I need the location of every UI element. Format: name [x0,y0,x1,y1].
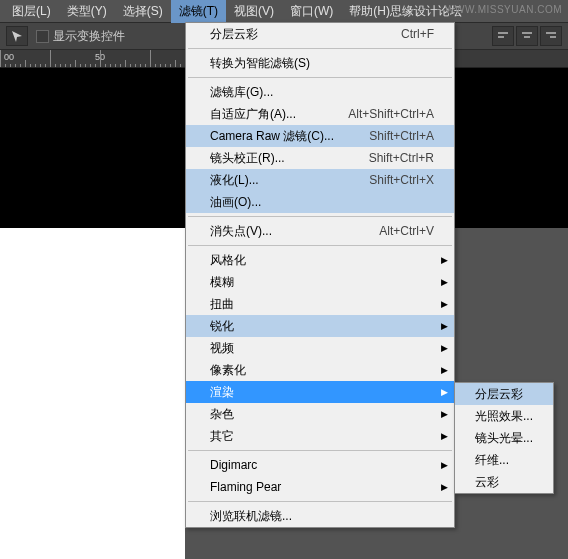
menu-item-label: 滤镜库(G)... [210,84,273,101]
menu-item-label: 模糊 [210,274,234,291]
menu-item[interactable]: 像素化▶ [186,359,454,381]
menu-window[interactable]: 窗口(W) [282,0,341,23]
menu-item[interactable]: 渲染▶ [186,381,454,403]
filter-menu: 分层云彩Ctrl+F转换为智能滤镜(S)滤镜库(G)...自适应广角(A)...… [185,22,455,528]
menu-item[interactable]: 浏览联机滤镜... [186,505,454,527]
ruler-number: 00 [4,52,14,62]
menu-item[interactable]: 液化(L)...Shift+Ctrl+X [186,169,454,191]
submenu-arrow-icon: ▶ [441,321,448,331]
submenu-item-label: 纤维... [475,452,509,469]
menu-view[interactable]: 视图(V) [226,0,282,23]
menu-item[interactable]: Digimarc▶ [186,454,454,476]
checkbox-icon[interactable] [36,30,49,43]
menu-item-label: 像素化 [210,362,246,379]
menu-item[interactable]: 锐化▶ [186,315,454,337]
menu-item-label: 分层云彩 [210,26,258,43]
checkbox-label: 显示变换控件 [53,28,125,45]
menu-item[interactable]: 模糊▶ [186,271,454,293]
menu-type[interactable]: 类型(Y) [59,0,115,23]
menu-shortcut: Shift+Ctrl+R [369,151,434,165]
menu-shortcut: Alt+Ctrl+V [379,224,434,238]
menu-item[interactable]: 分层云彩Ctrl+F [186,23,454,45]
svg-rect-2 [522,32,532,34]
align-button-3[interactable] [540,26,562,46]
menu-item-label: 液化(L)... [210,172,259,189]
submenu-arrow-icon: ▶ [441,343,448,353]
menu-item-label: 杂色 [210,406,234,423]
menu-item-label: Digimarc [210,458,257,472]
submenu-arrow-icon: ▶ [441,299,448,309]
menu-item-label: 油画(O)... [210,194,261,211]
align-button-2[interactable] [516,26,538,46]
menu-shortcut: Ctrl+F [401,27,434,41]
move-tool-icon[interactable] [6,26,28,46]
svg-rect-4 [546,32,556,34]
menu-item-label: 锐化 [210,318,234,335]
submenu-arrow-icon: ▶ [441,277,448,287]
svg-rect-5 [550,36,556,38]
menu-item[interactable]: 杂色▶ [186,403,454,425]
menu-item[interactable]: 滤镜库(G)... [186,81,454,103]
menu-item-label: 扭曲 [210,296,234,313]
menu-item[interactable]: 其它▶ [186,425,454,447]
menu-item-label: 视频 [210,340,234,357]
menu-separator [188,450,452,451]
menu-item-label: 镜头校正(R)... [210,150,285,167]
submenu-arrow-icon: ▶ [441,409,448,419]
submenu-item[interactable]: 云彩 [455,471,553,493]
menu-item-label: 浏览联机滤镜... [210,508,292,525]
submenu-item[interactable]: 光照效果... [455,405,553,427]
menu-shortcut: Shift+Ctrl+A [369,129,434,143]
submenu-item[interactable]: 镜头光晕... [455,427,553,449]
menu-item[interactable]: Flaming Pear▶ [186,476,454,498]
submenu-item-label: 分层云彩 [475,386,523,403]
document-canvas[interactable] [0,228,185,559]
menu-select[interactable]: 选择(S) [115,0,171,23]
menu-separator [188,245,452,246]
menu-item[interactable]: 扭曲▶ [186,293,454,315]
svg-rect-3 [524,36,530,38]
submenu-item[interactable]: 纤维... [455,449,553,471]
submenu-arrow-icon: ▶ [441,431,448,441]
submenu-arrow-icon: ▶ [441,365,448,375]
submenu-item-label: 光照效果... [475,408,533,425]
svg-rect-1 [498,36,504,38]
submenu-arrow-icon: ▶ [441,460,448,470]
menubar: 图层(L) 类型(Y) 选择(S) 滤镜(T) 视图(V) 窗口(W) 帮助(H… [0,0,568,22]
submenu-arrow-icon: ▶ [441,482,448,492]
menu-separator [188,48,452,49]
menu-item[interactable]: 转换为智能滤镜(S) [186,52,454,74]
submenu-item[interactable]: 分层云彩 [455,383,553,405]
menu-filter[interactable]: 滤镜(T) [171,0,226,23]
submenu-item-label: 镜头光晕... [475,430,533,447]
menu-layer[interactable]: 图层(L) [4,0,59,23]
menu-separator [188,216,452,217]
menu-item-label: 风格化 [210,252,246,269]
menu-item[interactable]: 油画(O)... [186,191,454,213]
menu-item-label: 渲染 [210,384,234,401]
align-button-1[interactable] [492,26,514,46]
menu-item[interactable]: Camera Raw 滤镜(C)...Shift+Ctrl+A [186,125,454,147]
watermark-text: WWW.MISSYUAN.COM [445,4,562,15]
menu-item-label: 消失点(V)... [210,223,272,240]
menu-item-label: Camera Raw 滤镜(C)... [210,128,334,145]
show-transform-controls[interactable]: 显示变换控件 [36,28,125,45]
submenu-arrow-icon: ▶ [441,387,448,397]
menu-item[interactable]: 风格化▶ [186,249,454,271]
menu-separator [188,77,452,78]
submenu-arrow-icon: ▶ [441,255,448,265]
menu-item[interactable]: 镜头校正(R)...Shift+Ctrl+R [186,147,454,169]
menu-item[interactable]: 视频▶ [186,337,454,359]
svg-rect-0 [498,32,508,34]
menu-separator [188,501,452,502]
menu-item-label: Flaming Pear [210,480,281,494]
menu-item-label: 自适应广角(A)... [210,106,296,123]
menu-shortcut: Shift+Ctrl+X [369,173,434,187]
menu-item[interactable]: 自适应广角(A)...Alt+Shift+Ctrl+A [186,103,454,125]
render-submenu: 分层云彩光照效果...镜头光晕...纤维...云彩 [454,382,554,494]
menu-item-label: 转换为智能滤镜(S) [210,55,310,72]
menu-shortcut: Alt+Shift+Ctrl+A [348,107,434,121]
menu-item-label: 其它 [210,428,234,445]
submenu-item-label: 云彩 [475,474,499,491]
menu-item[interactable]: 消失点(V)...Alt+Ctrl+V [186,220,454,242]
